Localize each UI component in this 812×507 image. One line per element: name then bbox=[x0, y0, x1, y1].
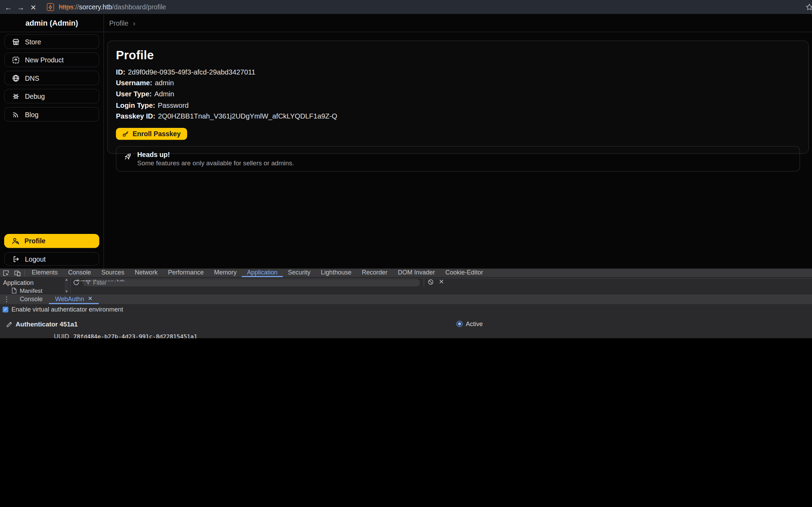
drawer-tabbar: ⋮ Console WebAuthn ✕ bbox=[0, 294, 812, 304]
authenticator-properties: UUID78fd484e-b27b-4d23-991c-8d22815451a1… bbox=[0, 332, 197, 339]
tab-lighthouse[interactable]: Lighthouse bbox=[316, 269, 357, 277]
device-toolbar-icon[interactable] bbox=[11, 269, 23, 277]
panel-divider bbox=[70, 278, 71, 294]
close-tab-icon[interactable]: ✕ bbox=[88, 295, 93, 302]
tree-item-manifest[interactable]: Manifest bbox=[11, 288, 42, 294]
notice-body: Some features are only available for sel… bbox=[137, 159, 294, 167]
profile-card: Profile ID:2d9f0d9e-0935-49f3-afcd-29abd… bbox=[107, 41, 809, 154]
field-label: Username: bbox=[116, 79, 152, 87]
sidebar-item-label: Profile bbox=[25, 237, 46, 245]
enroll-passkey-label: Enroll Passkey bbox=[133, 130, 181, 138]
sidebar-item-label: Debug bbox=[25, 92, 45, 100]
tab-network[interactable]: Network bbox=[130, 269, 163, 277]
radio-dot bbox=[458, 322, 461, 326]
active-radio-row: Active bbox=[456, 320, 483, 327]
field-value: admin bbox=[155, 79, 174, 87]
field-id: ID:2d9f0d9e-0935-49f3-afcd-29abd3427011 bbox=[116, 68, 800, 76]
sidebar-item-store[interactable]: Store bbox=[4, 34, 99, 49]
breadcrumb: Profile › bbox=[104, 14, 812, 33]
sidebar-item-label: DNS bbox=[25, 74, 39, 82]
enable-virtual-authenticator-label: Enable virtual authenticator environment bbox=[11, 306, 123, 313]
tab-memory[interactable]: Memory bbox=[209, 269, 242, 277]
back-icon[interactable]: ← bbox=[2, 3, 15, 11]
url-scheme: https bbox=[59, 3, 73, 11]
stop-icon[interactable]: ✕ bbox=[27, 3, 40, 11]
site-security-badge[interactable] bbox=[47, 3, 54, 11]
tab-recorder[interactable]: Recorder bbox=[357, 269, 393, 277]
key-icon bbox=[122, 130, 129, 137]
drawer-tab-webauthn[interactable]: WebAuthn ✕ bbox=[49, 294, 99, 304]
authenticator-header: Authenticator 451a1 bbox=[6, 321, 78, 328]
sidebar-item-profile-active[interactable]: Profile bbox=[4, 234, 99, 248]
tab-performance[interactable]: Performance bbox=[163, 269, 209, 277]
filter-input[interactable] bbox=[83, 279, 420, 286]
store-icon bbox=[12, 38, 20, 46]
field-value: 2d9f0d9e-0935-49f3-afcd-29abd3427011 bbox=[128, 68, 255, 76]
tab-sources[interactable]: Sources bbox=[96, 269, 130, 277]
app-main: Profile › Profile ID:2d9f0d9e-0935-49f3-… bbox=[104, 14, 812, 269]
bolt-icon bbox=[49, 5, 53, 10]
field-value: 2Q0HZBB1Tnah_V361j2UDgYmlW_afCkLYQDLF1a9… bbox=[158, 112, 337, 120]
enroll-passkey-button[interactable]: Enroll Passkey bbox=[116, 128, 187, 140]
tab-security[interactable]: Security bbox=[283, 269, 316, 277]
drawer-tab-label: Console bbox=[20, 295, 43, 302]
breadcrumb-item[interactable]: Profile bbox=[109, 19, 128, 27]
tab-dom-invader[interactable]: DOM Invader bbox=[393, 269, 440, 277]
sidebar-item-new-product[interactable]: New Product bbox=[4, 53, 99, 67]
field-label: Passkey ID: bbox=[116, 112, 156, 120]
tree-item-origin-clipped[interactable]: https://sorcery.htb bbox=[78, 279, 125, 281]
tree-item-label: Manifest bbox=[20, 288, 42, 294]
drawer-menu-icon[interactable]: ⋮ bbox=[0, 294, 14, 304]
sidebar-item-label: Logout bbox=[25, 255, 46, 263]
close-icon[interactable]: ✕ bbox=[439, 278, 444, 286]
browser-toolbar: ← → ✕ https://sorcery.htb/dashboard/prof… bbox=[0, 0, 812, 14]
field-label: User Type: bbox=[116, 90, 152, 98]
scroll-down-icon[interactable] bbox=[65, 291, 67, 293]
sidebar-item-logout[interactable]: Logout bbox=[4, 252, 99, 266]
app-page: admin (Admin) Store New Product bbox=[0, 14, 812, 269]
enable-virtual-authenticator-row: ✓ Enable virtual authenticator environme… bbox=[3, 306, 123, 313]
forward-icon[interactable]: → bbox=[15, 3, 27, 11]
toolbar-separator bbox=[25, 270, 25, 276]
bookmark-star-icon[interactable] bbox=[806, 4, 812, 11]
active-radio-button[interactable] bbox=[456, 321, 463, 327]
tab-application[interactable]: Application bbox=[242, 269, 283, 277]
notice-text: Heads up! Some features are only availab… bbox=[137, 151, 294, 167]
sidebar-item-label: New Product bbox=[25, 56, 64, 64]
field-login-type: Login Type:Password bbox=[116, 101, 800, 109]
inspect-element-icon[interactable] bbox=[0, 269, 11, 277]
scroll-up-icon[interactable] bbox=[65, 279, 67, 281]
edit-pencil-icon[interactable] bbox=[6, 321, 12, 327]
tab-cookie-editor[interactable]: Cookie-Editor bbox=[440, 269, 488, 277]
application-sidebar-title: Application bbox=[3, 279, 34, 287]
sidebar-scrollbar[interactable] bbox=[64, 278, 69, 294]
sidebar-item-blog[interactable]: Blog bbox=[4, 107, 99, 122]
document-icon bbox=[11, 288, 17, 294]
property-label: UUID bbox=[0, 333, 69, 338]
notice-box: Heads up! Some features are only availab… bbox=[116, 146, 800, 172]
sidebar-item-dns[interactable]: DNS bbox=[4, 71, 99, 85]
check-icon: ✓ bbox=[3, 307, 7, 312]
enable-virtual-authenticator-checkbox[interactable]: ✓ bbox=[3, 306, 9, 312]
property-row: UUID78fd484e-b27b-4d23-991c-8d22815451a1 bbox=[0, 332, 197, 339]
sidebar-user-label: admin (Admin) bbox=[0, 14, 104, 33]
clear-icon[interactable] bbox=[428, 279, 434, 285]
toolbar-separator bbox=[424, 279, 425, 287]
field-user-type: User Type:Admin bbox=[116, 90, 800, 98]
authenticator-name: Authenticator 451a1 bbox=[16, 321, 78, 328]
sidebar-item-debug[interactable]: Debug bbox=[4, 89, 99, 104]
app-sidebar: admin (Admin) Store New Product bbox=[0, 14, 104, 269]
notice-title: Heads up! bbox=[137, 151, 294, 159]
property-value: 78fd484e-b27b-4d23-991c-8d22815451a1 bbox=[73, 333, 198, 338]
tab-elements[interactable]: Elements bbox=[27, 269, 63, 277]
page-title: Profile bbox=[116, 49, 800, 63]
active-label: Active bbox=[466, 320, 483, 327]
address-bar[interactable]: https://sorcery.htb/dashboard/profile bbox=[59, 3, 166, 11]
field-value: Admin bbox=[154, 90, 174, 98]
field-label: Login Type: bbox=[116, 101, 155, 109]
chevron-right-icon: › bbox=[133, 19, 136, 27]
rss-icon bbox=[12, 111, 20, 119]
tab-console[interactable]: Console bbox=[63, 269, 96, 277]
drawer-tab-console[interactable]: Console bbox=[14, 294, 49, 304]
url-separator: :// bbox=[73, 3, 79, 11]
